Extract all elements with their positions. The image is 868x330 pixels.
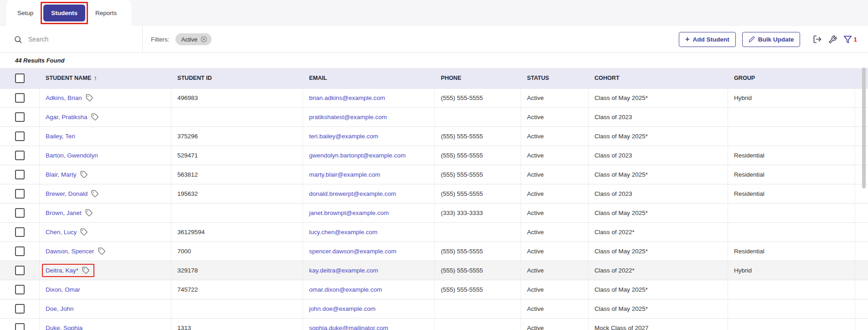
extra-cell (855, 299, 868, 318)
group-cell (728, 108, 855, 126)
tag-icon[interactable] (80, 171, 88, 178)
student-name-link[interactable]: Chen, Lucy (46, 229, 77, 236)
student-name-link[interactable]: Doe, John (46, 305, 74, 312)
student-name-cell: Agar, Pratiksha (46, 113, 99, 121)
student-email-link[interactable]: omar.dixon@example.com (309, 286, 382, 293)
student-name-cell: Adkins, Brian (46, 94, 93, 102)
student-email-link[interactable]: donald.brewerpt@example.com (309, 190, 396, 197)
cohort-cell: Class of May 2025* (589, 89, 728, 107)
student-email-link[interactable]: lucy.chen@example.com (309, 229, 377, 236)
student-email-link[interactable]: sophia.duke@mailinator.com (309, 325, 388, 330)
row-checkbox[interactable] (15, 323, 25, 330)
student-name-link[interactable]: Agar, Pratiksha (46, 114, 88, 120)
student-name-cell: Dawson, Spencer (46, 247, 106, 255)
row-checkbox[interactable] (15, 131, 25, 141)
student-email-link[interactable]: john.doe@example.com (309, 305, 376, 312)
row-checkbox[interactable] (15, 151, 25, 160)
filters-section: Filters: Active (151, 33, 212, 45)
column-header-group[interactable]: GROUP (728, 68, 855, 88)
student-name-link[interactable]: Brewer, Donald (46, 190, 88, 197)
cohort-cell: Mock Class of 2027 (589, 319, 728, 330)
settings-wrench-icon[interactable] (828, 35, 837, 44)
student-email-link[interactable]: gwendolyn.bartonpt@example.com (309, 152, 406, 159)
export-icon[interactable] (813, 35, 822, 44)
extra-cell (855, 261, 868, 280)
phone-cell (435, 223, 521, 241)
student-name-link[interactable]: Adkins, Brian (46, 94, 82, 101)
student-email-link[interactable]: kay.deitra@example.com (309, 267, 378, 274)
student-email-link[interactable]: pratikshatest@example.com (309, 114, 387, 120)
student-id-cell: 745722 (171, 280, 303, 299)
student-id-cell (171, 108, 303, 126)
extra-cell (855, 127, 868, 146)
tag-icon[interactable] (91, 190, 99, 198)
add-student-button[interactable]: + Add Student (679, 32, 736, 47)
extra-cell (855, 146, 868, 165)
student-name-link[interactable]: Brown, Janet (46, 210, 82, 216)
table-row: Brown, Janetjanet.brownpt@example.com(33… (0, 204, 868, 223)
bulk-update-button[interactable]: Bulk Update (742, 32, 801, 47)
group-cell (728, 299, 855, 318)
student-name-link[interactable]: Dixon, Omar (46, 286, 80, 293)
row-checkbox[interactable] (15, 93, 25, 103)
filters-label: Filters: (151, 36, 170, 43)
tag-icon[interactable] (85, 209, 93, 217)
student-id-cell (171, 204, 303, 222)
status-cell: Active (521, 146, 589, 165)
row-checkbox[interactable] (15, 208, 25, 218)
row-checkbox[interactable] (15, 170, 25, 179)
tag-icon[interactable] (98, 247, 106, 255)
row-checkbox[interactable] (15, 227, 25, 237)
table-body: Adkins, Brian496983brian.adkins@example.… (0, 89, 868, 330)
tag-icon[interactable] (82, 267, 90, 274)
phone-cell: (555) 555-5555 (435, 165, 521, 184)
student-email-link[interactable]: janet.brownpt@example.com (309, 210, 389, 216)
email-cell: gwendolyn.bartonpt@example.com (303, 146, 435, 165)
tab-setup[interactable]: Setup (12, 5, 39, 21)
row-checkbox[interactable] (15, 266, 25, 275)
tag-icon[interactable] (91, 113, 99, 121)
select-all-checkbox[interactable] (15, 73, 25, 83)
row-checkbox[interactable] (15, 304, 25, 314)
row-checkbox[interactable] (15, 246, 25, 256)
student-name-link[interactable]: Duke, Sophia (46, 325, 83, 330)
group-cell: Residential (728, 242, 855, 261)
tag-icon[interactable] (86, 94, 93, 102)
row-checkbox[interactable] (15, 112, 25, 122)
column-header-student-id[interactable]: STUDENT ID (171, 68, 303, 88)
plus-icon: + (685, 37, 689, 42)
student-name-link[interactable]: Barton, Gwendolyn (46, 152, 98, 159)
phone-cell: (555) 555-5555 (435, 146, 521, 165)
column-header-cohort[interactable]: COHORT (589, 68, 728, 88)
column-header-phone[interactable]: PHONE (435, 68, 521, 88)
tab-strip: Setup Students Reports (0, 0, 868, 26)
search-input[interactable] (27, 35, 125, 43)
student-email-link[interactable]: marty.blair@example.com (309, 171, 380, 178)
student-name-link[interactable]: Bailey, Teri (46, 133, 75, 140)
group-cell: Hybrid (728, 261, 855, 280)
student-email-link[interactable]: spencer.dawson@example.com (309, 248, 397, 255)
scrollbar-thumb[interactable] (862, 68, 866, 189)
student-name-link[interactable]: Blair, Marty (46, 171, 77, 178)
student-email-link[interactable]: teri.bailey@example.com (309, 133, 378, 140)
row-checkbox[interactable] (15, 189, 25, 199)
filter-chip-active[interactable]: Active (176, 33, 212, 45)
tab-students[interactable]: Students (43, 5, 85, 21)
tab-reports[interactable]: Reports (90, 5, 122, 21)
student-email-link[interactable]: brian.adkins@example.com (309, 94, 385, 101)
sort-ascending-icon[interactable]: ↑ (94, 74, 97, 82)
table-row: Bailey, Teri375296teri.bailey@example.co… (0, 127, 868, 146)
student-name-cell-annotated: Deitra, Kay* (42, 264, 94, 277)
filter-funnel-icon[interactable]: 1 (843, 35, 857, 44)
column-header-student-name[interactable]: STUDENT NAME (46, 75, 91, 81)
results-row: 44 Results Found (0, 53, 868, 68)
remove-filter-icon[interactable] (200, 36, 207, 43)
column-header-email[interactable]: EMAIL (303, 68, 435, 88)
tag-icon[interactable] (80, 228, 88, 236)
student-name-link[interactable]: Dawson, Spencer (46, 248, 94, 255)
student-name-link[interactable]: Deitra, Kay* (46, 267, 78, 274)
column-header-status[interactable]: STATUS (521, 68, 589, 88)
vertical-scrollbar[interactable] (862, 68, 866, 330)
table-row: Deitra, Kay*329178kay.deitra@example.com… (0, 261, 868, 280)
row-checkbox[interactable] (15, 285, 25, 294)
